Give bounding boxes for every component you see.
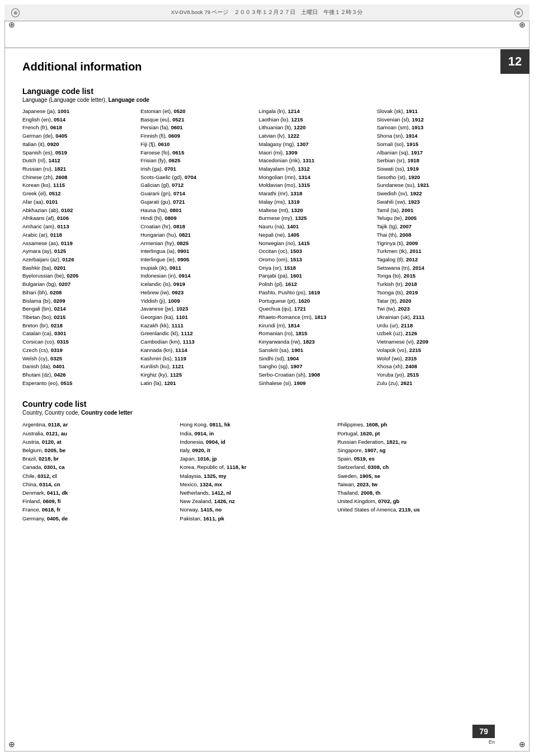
list-item: Tajik (tg), 2007 [377, 223, 489, 231]
list-item: Kirundi (rn), 1814 [259, 322, 371, 330]
list-item: Japanese (ja), 1001 [22, 107, 135, 116]
list-item: Tonga (to), 2015 [377, 272, 489, 280]
list-item: Turkish (tr), 2018 [377, 280, 489, 289]
list-item: Italian (it), 0920 [22, 140, 135, 149]
list-item: Hungarian (hu), 0821 [140, 231, 253, 240]
list-item: Welsh (cy), 0325 [22, 355, 135, 363]
country-subtitle-bold: Country code letter [81, 410, 133, 416]
list-item: Panjabi (pa), 1601 [259, 272, 371, 280]
list-item: Kashmiri (ks), 1119 [140, 355, 253, 363]
list-item: Spanish (es), 0519 [22, 149, 135, 157]
list-item: Bashkir (ba), 0201 [22, 264, 135, 273]
list-item: Swedish (sv), 1922 [377, 190, 489, 198]
list-item: Nepali (ne), 1405 [259, 231, 371, 240]
list-item: Kannada (kn), 1114 [140, 346, 253, 355]
list-item: Korea, Republic of, 1118, kr [180, 463, 331, 471]
list-item: Estonian (et), 0520 [140, 107, 253, 116]
list-item: Interlingue (ie), 0905 [140, 256, 253, 264]
corner-mark-tr: ⊕ [517, 20, 527, 30]
list-item: Occitan (oc), 1503 [259, 247, 371, 256]
main-content: Additional information Language code lis… [17, 49, 495, 528]
list-item: Basque (eu), 0521 [140, 116, 253, 124]
list-item: Corsican (co), 0315 [22, 338, 135, 346]
list-item: Gujarati (gu), 0721 [140, 198, 253, 206]
list-item: Yiddish (ji), 1009 [140, 297, 253, 306]
list-item: Tigrinya (ti), 2009 [377, 240, 489, 248]
list-item: Swahili (sw), 1923 [377, 198, 489, 206]
list-item: Somali (so), 1915 [377, 140, 489, 149]
list-item: Malaysia, 1325, my [180, 472, 331, 480]
list-item: Afar (aa), 0101 [22, 198, 135, 206]
list-item: Indonesia, 0904, id [180, 438, 331, 446]
list-item: Setswana (tn), 2014 [377, 264, 489, 273]
list-item: Laothian (lo), 1215 [259, 116, 371, 124]
list-item: Urdu (ur), 2118 [377, 322, 489, 330]
list-item: Bulgarian (bg), 0207 [22, 280, 135, 289]
list-item: Aymara (ay), 0125 [22, 247, 135, 256]
list-item: New Zealand, 1426, nz [180, 497, 331, 505]
country-code-list: Argentina, 0118, arAustralia, 0121, auAu… [22, 420, 489, 522]
list-item: Telugu (te), 2005 [377, 214, 489, 223]
list-item: Siswati (ss), 1919 [377, 165, 489, 173]
list-item: Australia, 0121, au [22, 429, 174, 438]
list-item: Netherlands, 1412, nl [180, 489, 331, 497]
list-item: Malayalam (ml), 1312 [259, 165, 371, 173]
list-item: Bhutani (dz), 0426 [22, 371, 135, 379]
list-item: Inupiak (ik), 0911 [140, 264, 253, 273]
list-item: Interlingua (ia), 0901 [140, 247, 253, 256]
list-item: Javanese (jw), 1023 [140, 305, 253, 313]
list-item: Galician (gl), 0712 [140, 181, 253, 190]
language-code-list: Japanese (ja), 1001English (en), 0514Fre… [22, 107, 489, 387]
page-number: 79 [472, 725, 495, 738]
list-item: Hebrew (iw), 0923 [140, 289, 253, 297]
list-item: Nauru (na), 1401 [259, 223, 371, 231]
list-item: Albanian (sq), 1917 [377, 149, 489, 157]
header-meta: XV-DV8.book 79 ページ ２００３年１２月２７日 土曜日 午後１２時… [23, 9, 511, 16]
list-item: Portugal, 1620, pt [338, 429, 489, 438]
list-item: Dutch (nl), 1412 [22, 157, 135, 165]
list-item: Icelandic (is), 0919 [140, 280, 253, 289]
list-item: Argentina, 0118, ar [22, 420, 174, 429]
list-item: Marathi (mr), 1318 [259, 190, 371, 198]
list-item: Malay (ms), 1319 [259, 198, 371, 206]
list-item: Romanian (ro), 1815 [259, 330, 371, 338]
corner-mark-br: ⊕ [517, 739, 527, 749]
list-item: Tatar (tt), 2020 [377, 297, 489, 306]
list-item: Macedonian (mk), 1311 [259, 157, 371, 165]
list-item: Indonesian (in), 0914 [140, 272, 253, 280]
list-item: Denmark, 0411, dk [22, 489, 174, 497]
list-item: Bihari (bh), 0208 [22, 289, 135, 297]
list-item: Kurdish (ku), 1121 [140, 363, 253, 371]
list-item: Switzerland, 0308, ch [338, 463, 489, 471]
list-item: Twi (tw), 2023 [377, 305, 489, 313]
country-col-3: Philippines, 1608, phPortugal, 1620, ptR… [338, 420, 489, 522]
list-item: Finnish (fi), 0609 [140, 132, 253, 140]
list-item: Guarani (gn), 0714 [140, 190, 253, 198]
list-item: Chile, 0312, cl [22, 472, 174, 480]
list-item: Portuguese (pt), 1620 [259, 297, 371, 306]
list-item: Rhaeto-Romance (rm), 1813 [259, 313, 371, 322]
list-item: United Kingdom, 0702, gb [338, 497, 489, 505]
divider-top [4, 48, 530, 48]
list-item: Frisian (fy), 0625 [140, 157, 253, 165]
list-item: Arabic (ar), 0118 [22, 231, 135, 240]
list-item: Moldavian (mo), 1315 [259, 181, 371, 190]
list-item: Fiji (fj), 0610 [140, 140, 253, 149]
list-item: Abkhazian (ab), 0102 [22, 206, 135, 215]
list-item: Oriya (or), 1518 [259, 264, 371, 273]
list-item: Pakistan, 1611, pk [180, 514, 331, 523]
list-item: Sinhalese (si), 1909 [259, 379, 371, 388]
header-circle-right-icon: ⊕ [514, 8, 523, 17]
lang-col-1: Japanese (ja), 1001English (en), 0514Fre… [22, 107, 135, 387]
list-item: Greek (el), 0512 [22, 190, 135, 198]
page-footer: 79 En [472, 725, 495, 745]
list-item: Chinese (zh), 2608 [22, 173, 135, 182]
chapter-tab: 12 [500, 49, 530, 74]
list-item: Czech (cs), 0319 [22, 346, 135, 355]
list-item: Slovak (sk), 1911 [377, 107, 489, 116]
list-item: Korean (ko), 1115 [22, 181, 135, 190]
list-item: Azerbaijani (az), 0126 [22, 256, 135, 264]
language-code-list-subtitle: Language (Language code letter), Languag… [22, 97, 489, 103]
list-item: Latvian (lv), 1222 [259, 132, 371, 140]
list-item: Malagasy (mg), 1307 [259, 140, 371, 149]
